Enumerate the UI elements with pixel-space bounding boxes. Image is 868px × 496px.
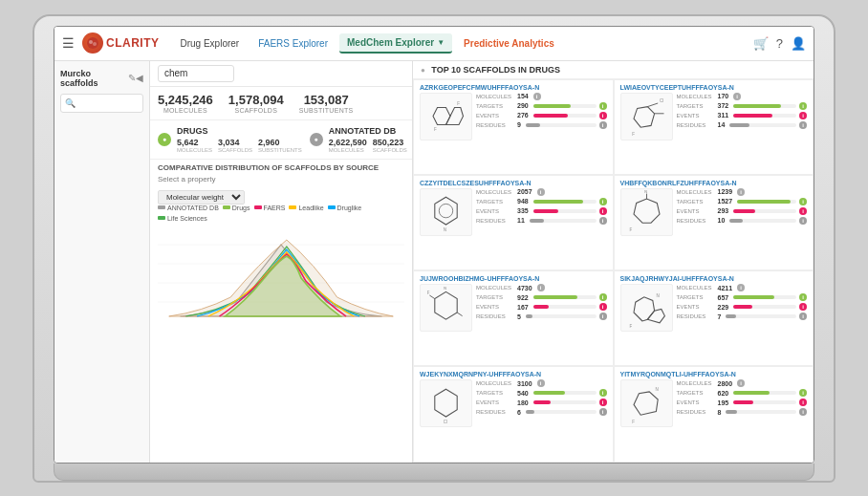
residues-info-icon[interactable]: i — [599, 217, 607, 225]
targets-info-icon[interactable]: i — [799, 389, 807, 397]
scaffold-name[interactable]: WJEKYNXMQRNPNY-UHFFFAOYSA-N — [420, 371, 607, 377]
svg-marker-34 — [634, 392, 658, 415]
events-row: EVENTS 335 i — [476, 207, 607, 215]
legend-faers-dot — [254, 205, 262, 209]
events-label: EVENTS — [476, 208, 514, 214]
tab-predictive-analytics[interactable]: Predictive Analytics — [456, 34, 562, 53]
sidebar-collapse-icon[interactable]: ◀ — [136, 73, 143, 83]
scaffold-name[interactable]: LWIAEOVTYCEEPTUHFFFAOYSA-N — [620, 84, 808, 91]
targets-info-icon[interactable]: i — [799, 293, 807, 301]
targets-info-icon[interactable]: i — [799, 102, 807, 110]
events-bar — [533, 400, 551, 404]
nav-right-icons: 🛒 ? 👤 — [753, 36, 806, 51]
svg-marker-32 — [435, 389, 457, 417]
residues-bar — [726, 314, 736, 318]
residues-info-icon[interactable]: i — [799, 408, 807, 416]
scaffold-molecule: F Cl — [620, 93, 673, 140]
targets-value: 290 — [517, 102, 529, 109]
scaffold-content: F Cl MOLECULES 170 i TARGETS 372 i — [620, 93, 808, 140]
targets-label: TARGETS — [677, 103, 715, 109]
targets-value: 922 — [517, 294, 529, 301]
scaffold-molecule: Cl — [420, 379, 472, 427]
residues-info-icon[interactable]: i — [799, 217, 807, 225]
property-select-row: Select a property — [158, 175, 404, 183]
targets-row: TARGETS 948 i — [476, 198, 607, 205]
legend-drugs: Drugs — [223, 205, 250, 211]
events-value: 293 — [718, 207, 729, 214]
targets-info-icon[interactable]: i — [799, 198, 807, 205]
svg-marker-16 — [435, 197, 457, 225]
search-input[interactable]: chem — [158, 65, 234, 82]
events-info-icon[interactable]: i — [799, 303, 807, 311]
molecules-info-icon[interactable]: i — [733, 93, 741, 100]
residues-bar — [729, 123, 749, 127]
hamburger-icon[interactable]: ☰ — [62, 35, 75, 51]
scaffold-name[interactable]: VHBFFQKBONRLFZUHFFFAOYSA-N — [620, 180, 808, 186]
events-info-icon[interactable]: i — [799, 112, 807, 119]
scaffold-name[interactable]: AZRKGEOPEFCFMWUHFFFAOYSA-N — [420, 84, 607, 91]
chart-section: COMPARATIVE DISTRIBUTION OF SCAFFOLDS BY… — [150, 160, 412, 463]
molecules-info-icon[interactable]: i — [537, 284, 545, 291]
legend-druglike: Druglike — [328, 205, 362, 211]
targets-info-icon[interactable]: i — [599, 293, 607, 301]
targets-info-icon[interactable]: i — [599, 102, 607, 110]
chart-svg — [158, 226, 404, 321]
scaffold-name[interactable]: JUJWROOHBIZHMG-UHFFFAOYSA-N — [420, 275, 607, 282]
legend-annotated-dot — [158, 205, 165, 209]
cart-icon[interactable]: 🛒 — [753, 36, 769, 51]
molecules-info-icon[interactable]: i — [737, 284, 745, 291]
residues-info-icon[interactable]: i — [799, 121, 807, 129]
tab-drug-explorer[interactable]: Drug Explorer — [173, 34, 248, 53]
sidebar-header: Murcko scaffolds ✎ ◀ — [60, 69, 143, 88]
stat-molecules: 5,245,246 MOLECULES — [158, 93, 213, 114]
tab-medchem-explorer[interactable]: MedChem Explorer ▼ — [339, 33, 452, 54]
svg-marker-8 — [446, 108, 464, 125]
residues-info-icon[interactable]: i — [599, 408, 607, 416]
scaffold-stats: MOLECULES 1239 i TARGETS 1527 i EVENTS 2… — [677, 188, 808, 226]
targets-bar-container — [733, 391, 796, 395]
svg-marker-28 — [634, 296, 655, 320]
help-icon[interactable]: ? — [776, 36, 783, 51]
events-bar — [733, 400, 753, 404]
targets-info-icon[interactable]: i — [599, 389, 607, 397]
events-info-icon[interactable]: i — [599, 112, 607, 119]
user-icon[interactable]: 👤 — [791, 36, 806, 51]
residues-label: RESIDUES — [476, 313, 514, 319]
events-info-icon[interactable]: i — [599, 207, 607, 215]
events-info-icon[interactable]: i — [799, 399, 807, 406]
legend-life-sciences: Life Sciences — [158, 215, 207, 222]
sidebar-search-input[interactable] — [60, 94, 143, 113]
scaffold-name[interactable]: CZZYITDELCSZESUHFFFAOYSA-N — [420, 180, 607, 186]
events-info-icon[interactable]: i — [599, 399, 607, 406]
targets-row: TARGETS 540 i — [476, 389, 607, 397]
scaffold-name[interactable]: YITMYRQONMQTLI-UHFFFAOYSA-N — [620, 371, 808, 377]
events-info-icon[interactable]: i — [599, 303, 607, 311]
residues-info-icon[interactable]: i — [799, 313, 807, 320]
sidebar-edit-icon[interactable]: ✎ — [128, 73, 136, 83]
events-info-icon[interactable]: i — [799, 207, 807, 215]
svg-text:F: F — [632, 132, 635, 137]
data-cards-row: ● DRUGS 5,642 MOLECULES 3,034 SCAFF — [150, 120, 412, 160]
residues-info-icon[interactable]: i — [599, 313, 607, 320]
targets-label: TARGETS — [677, 390, 715, 396]
molecules-info-icon[interactable]: i — [737, 379, 745, 387]
targets-label: TARGETS — [476, 294, 514, 300]
svg-line-12 — [647, 103, 658, 107]
targets-row: TARGETS 657 i — [677, 293, 808, 301]
molecules-info-icon[interactable]: i — [537, 188, 545, 196]
scaffold-name[interactable]: SIKJAQJRHWYJAI-UHFFFAOYSA-N — [620, 275, 808, 282]
targets-row: TARGETS 922 i — [476, 293, 607, 301]
residues-info-icon[interactable]: i — [599, 121, 607, 129]
card-annotated-icon: ● — [310, 133, 323, 146]
molecules-row: MOLECULES 4211 i — [677, 284, 808, 291]
property-select[interactable]: Molecular weight — [158, 190, 245, 205]
tab-faers-explorer[interactable]: FAERS Explorer — [250, 34, 336, 53]
scaffold-molecule: F F — [420, 93, 472, 140]
molecules-info-icon[interactable]: i — [537, 379, 545, 387]
residues-value: 5 — [517, 313, 521, 320]
molecules-info-icon[interactable]: i — [533, 93, 541, 100]
residues-value: 8 — [718, 409, 722, 416]
svg-text:F: F — [629, 324, 632, 329]
molecules-info-icon[interactable]: i — [737, 188, 745, 196]
targets-info-icon[interactable]: i — [599, 198, 607, 205]
